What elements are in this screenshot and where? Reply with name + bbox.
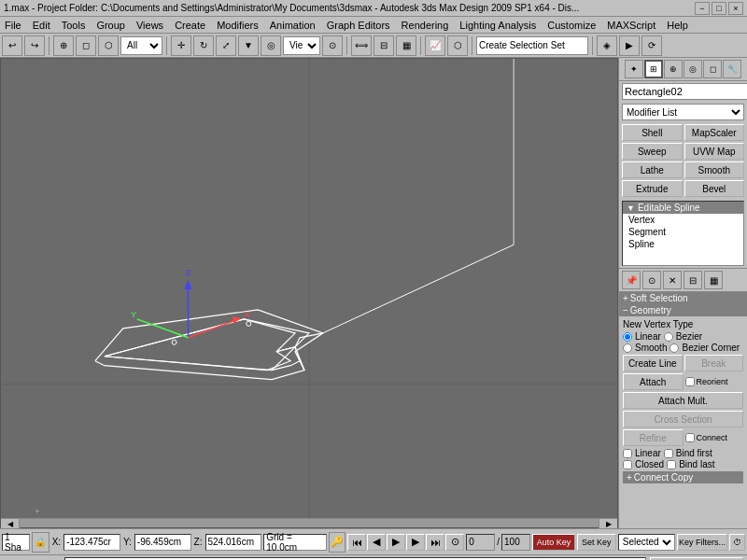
prev-frame-button[interactable]: ◀ [367,534,386,551]
bezier-corner-radio[interactable] [669,343,679,353]
reorient-checkbox[interactable] [685,377,695,386]
make-unique-button[interactable]: ⊙ [642,271,661,289]
geometry-header[interactable]: − Geometry [619,304,747,316]
select-filter-dropdown[interactable]: All [120,36,162,55]
window-crossing-button[interactable]: ⬡ [98,35,119,56]
scale-button[interactable]: ⤢ [216,35,236,56]
render-setup-button[interactable]: ◈ [597,35,617,56]
menu-customize[interactable]: Customize [544,20,599,31]
smooth-modifier-button[interactable]: Smooth [684,161,745,178]
time-config-button[interactable]: ⏱ [729,534,745,551]
create-panel-icon[interactable]: ✦ [625,60,643,78]
menu-file[interactable]: File [2,20,24,31]
stack-item-spline[interactable]: Spline [623,238,743,250]
y-coord[interactable]: -96.459cm [134,534,191,551]
selection-set-input[interactable] [476,36,588,55]
linear-checkbox[interactable] [623,449,632,458]
select-object-button[interactable]: ⊕ [53,35,74,56]
modify-panel-icon active[interactable]: ⊞ [644,60,663,78]
z-coord[interactable]: 524.016cm [205,534,262,551]
soft-selection-header[interactable]: + Soft Selection [619,292,747,304]
undo-button[interactable]: ↩ [2,35,22,56]
set-key-button[interactable]: Set Key [577,534,616,551]
refine-button[interactable]: Refine [623,429,684,446]
bind-first-checkbox[interactable] [664,449,673,458]
stack-item-vertex[interactable]: Vertex [623,214,743,226]
render-frame-button[interactable]: ▶ [619,35,640,56]
menu-views[interactable]: Views [134,20,166,31]
cross-section-button[interactable]: Cross Section [623,411,743,427]
rotate-button[interactable]: ↻ [193,35,214,56]
menu-maxscript[interactable]: MAXScript [604,20,658,31]
menu-animation[interactable]: Animation [267,20,318,31]
schematic-button[interactable]: ⬡ [447,35,468,56]
menu-lighting[interactable]: Lighting Analysis [457,20,539,31]
mapscaler-modifier-button[interactable]: MapScaler [684,124,745,141]
move-button[interactable]: ✛ [171,35,191,56]
menu-create[interactable]: Create [172,20,208,31]
sweep-modifier-button[interactable]: Sweep [622,143,683,160]
play-button[interactable]: ▶ [387,534,405,551]
select-region-button[interactable]: ◻ [76,35,96,56]
smooth-radio[interactable] [623,343,632,353]
menu-rendering[interactable]: Rendering [399,20,452,31]
closed-checkbox[interactable] [623,460,632,469]
lock-selection-button[interactable]: 🔒 [32,532,49,553]
lathe-modifier-button[interactable]: Lathe [622,161,683,178]
bevel-modifier-button[interactable]: Bevel [684,180,745,197]
viewport[interactable]: Perspective [0,58,618,528]
mirror-button[interactable]: ⟺ [351,35,372,56]
shell-modifier-button[interactable]: Shell [622,124,683,141]
goto-end-button[interactable]: ⏭ [426,534,444,551]
key-mode-button[interactable]: 🔑 [329,532,346,553]
uvwmap-modifier-button[interactable]: UVW Map [684,143,745,160]
curve-editor-button[interactable]: 📈 [425,35,445,56]
menu-modifiers[interactable]: Modifiers [214,20,261,31]
attach-mult-button[interactable]: Attach Mult. [623,392,743,409]
render-last-button[interactable]: ⟳ [641,35,662,56]
stack-item-segment[interactable]: Segment [623,226,743,238]
utilities-panel-icon[interactable]: 🔧 [723,60,741,78]
menu-edit[interactable]: Edit [30,20,53,31]
x-coord[interactable]: -123.475cr [63,534,120,551]
layer-manager-button[interactable]: ▦ [396,35,416,56]
create-line-button[interactable]: Create Line [623,355,683,371]
hierarchy-panel-icon[interactable]: ⊕ [664,60,683,78]
key-mode-toggle[interactable]: ⊙ [445,534,464,551]
selected-dropdown[interactable]: Selected [618,534,675,551]
align-button[interactable]: ⊟ [374,35,394,56]
goto-start-button[interactable]: ⏮ [347,534,366,551]
stack-expand-icon[interactable]: ▼ [627,203,635,213]
auto-key-button[interactable]: Auto Key [532,534,575,551]
current-frame[interactable]: 0 [466,534,495,551]
extrude-modifier-button[interactable]: Extrude [622,180,683,197]
menu-help[interactable]: Help [664,20,691,31]
viewport-hscroll[interactable]: ◀ ▶ [1,518,617,527]
configure-modifier-button[interactable]: ⊟ [684,271,702,289]
add-time-tag-button[interactable]: Add Time Tag [650,557,743,561]
next-frame-button[interactable]: ▶ [406,534,425,551]
display-panel-icon[interactable]: ◻ [703,60,722,78]
reference-coord-button[interactable]: ◎ [261,35,281,56]
minimize-button[interactable]: − [695,2,710,15]
modifier-list-dropdown[interactable]: Modifier List [622,104,744,120]
remove-modifier-button[interactable]: ✕ [663,271,682,289]
bind-last-checkbox[interactable] [667,460,676,469]
menu-tools[interactable]: Tools [59,20,89,31]
modifier-options-button[interactable]: ▦ [704,271,723,289]
connect-copy-header[interactable]: + Connect Copy [623,471,743,483]
redo-button[interactable]: ↪ [24,35,45,56]
close-button[interactable]: × [728,2,743,15]
key-filters-button[interactable]: Key Filters... [677,534,727,551]
attach-button[interactable]: Attach [623,373,684,390]
motion-panel-icon[interactable]: ◎ [684,60,702,78]
menu-graph-editors[interactable]: Graph Editors [324,20,393,31]
linear-radio[interactable] [623,332,632,342]
connect-checkbox[interactable] [685,433,695,442]
menu-group[interactable]: Group [93,20,128,31]
bezier-radio[interactable] [664,332,673,342]
break-button[interactable]: Break [684,355,744,371]
transform-center-button[interactable]: ⊙ [322,35,343,56]
maximize-button[interactable]: □ [712,2,726,15]
object-name-input[interactable]: Rectangle02 [622,83,747,100]
